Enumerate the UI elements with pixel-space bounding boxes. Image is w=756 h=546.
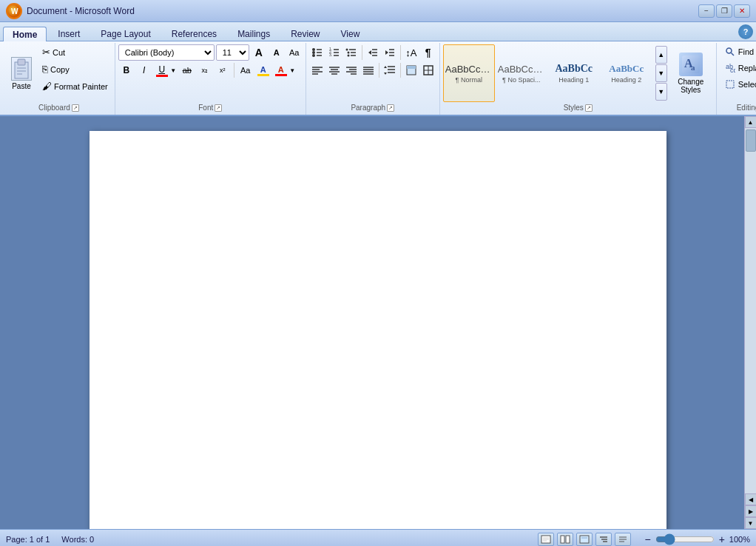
- tab-view[interactable]: View: [331, 26, 370, 41]
- tab-insert[interactable]: Insert: [48, 26, 90, 41]
- copy-button[interactable]: ⎘ Copy: [38, 61, 112, 77]
- line-spacing-button[interactable]: [382, 62, 398, 78]
- strikethrough-button[interactable]: ab: [179, 62, 195, 78]
- tab-page-layout[interactable]: Page Layout: [91, 26, 160, 41]
- align-left-button[interactable]: [309, 62, 325, 78]
- style-heading2[interactable]: AaBbCc Heading 2: [601, 44, 652, 102]
- view-outline-button[interactable]: [595, 533, 612, 546]
- underline-button[interactable]: U: [154, 62, 170, 78]
- bullets-button[interactable]: [309, 44, 325, 61]
- select-button[interactable]: Select ▼: [720, 77, 756, 92]
- superscript-button[interactable]: x²: [215, 62, 231, 78]
- para-row1: 1.2.3. ↕A ¶: [309, 44, 436, 61]
- borders-button[interactable]: [420, 62, 436, 78]
- shading-button[interactable]: [403, 62, 419, 78]
- view-draft-button[interactable]: [615, 533, 631, 546]
- svg-text:cd: cd: [730, 67, 735, 73]
- format-painter-button[interactable]: 🖌 Format Painter: [38, 78, 112, 94]
- svg-point-23: [347, 55, 349, 57]
- underline-dropdown[interactable]: ▼: [170, 62, 178, 78]
- style-scroll-down[interactable]: ▼: [655, 64, 667, 82]
- font-size-select[interactable]: 11: [216, 44, 249, 61]
- zoom-in-button[interactable]: +: [718, 533, 726, 545]
- font-color-dropdown[interactable]: ▼: [289, 62, 297, 78]
- find-button[interactable]: Find ▼: [720, 44, 756, 59]
- align-center-button[interactable]: [326, 62, 342, 78]
- zoom-out-button[interactable]: −: [643, 533, 652, 545]
- numbering-button[interactable]: 1.2.3.: [326, 44, 342, 61]
- style-heading1-label: Heading 1: [558, 76, 589, 84]
- window-controls: − ❐ ✕: [698, 4, 750, 18]
- replace-button[interactable]: abcd Replace: [720, 61, 756, 75]
- sort-button[interactable]: ↕A: [403, 44, 419, 61]
- shrink-font-button[interactable]: A: [269, 44, 285, 61]
- highlight-color-button[interactable]: A: [255, 62, 271, 78]
- clipboard-label: Clipboard ↗: [6, 102, 112, 113]
- tab-review[interactable]: Review: [281, 26, 329, 41]
- svg-point-7: [312, 48, 315, 51]
- small-clipboard-buttons: ✂ Cut ⎘ Copy 🖌 Format Painter: [38, 44, 112, 102]
- scroll-thumb[interactable]: [746, 129, 756, 152]
- svg-point-11: [312, 54, 315, 57]
- tab-references[interactable]: References: [162, 26, 226, 41]
- style-heading2-label: Heading 2: [611, 76, 641, 84]
- office-logo[interactable]: W: [6, 3, 22, 19]
- align-right-button[interactable]: [343, 62, 360, 78]
- decrease-indent-button[interactable]: [365, 44, 381, 61]
- bold-button[interactable]: B: [118, 62, 135, 78]
- select-icon: [725, 79, 735, 90]
- font-expand[interactable]: ↗: [215, 104, 222, 112]
- cut-button[interactable]: ✂ Cut: [38, 44, 112, 60]
- grow-font-button[interactable]: A: [251, 44, 267, 61]
- style-no-spacing[interactable]: AaBbCcDd ¶ No Spaci...: [496, 44, 547, 102]
- style-expand[interactable]: ▼: [655, 83, 667, 101]
- show-paragraph-button[interactable]: ¶: [420, 44, 436, 61]
- select-label: Select: [738, 80, 756, 89]
- styles-expand[interactable]: ↗: [585, 104, 593, 112]
- svg-point-62: [726, 48, 732, 53]
- minimize-button[interactable]: −: [698, 4, 715, 18]
- document-area: ▲ ◀ ▶ ▼: [0, 116, 756, 529]
- multilevel-list-button[interactable]: [343, 44, 360, 61]
- view-web-button[interactable]: [576, 533, 593, 546]
- clipboard-expand[interactable]: ↗: [72, 104, 79, 112]
- editing-label: Editing: [720, 102, 756, 113]
- replace-icon: abcd: [725, 63, 735, 73]
- style-heading1[interactable]: AaBbCc Heading 1: [548, 44, 600, 102]
- view-print-button[interactable]: [538, 533, 554, 546]
- scroll-down-button[interactable]: ▼: [745, 517, 757, 529]
- words-count: Words: 0: [61, 535, 94, 544]
- format-painter-icon: 🖌: [42, 81, 52, 92]
- subscript-button[interactable]: x₂: [197, 62, 213, 78]
- close-button[interactable]: ✕: [734, 4, 750, 18]
- style-normal-preview: AaBbCcDd: [445, 64, 493, 75]
- paste-button[interactable]: Paste: [6, 44, 37, 102]
- italic-button[interactable]: I: [136, 62, 152, 78]
- scroll-next-page[interactable]: ▶: [745, 505, 757, 517]
- clear-format-button[interactable]: Aa: [286, 44, 303, 61]
- document-page[interactable]: [90, 131, 666, 529]
- change-styles-button[interactable]: A a ChangeStyles: [669, 49, 713, 98]
- tab-mailings[interactable]: Mailings: [228, 26, 280, 41]
- para-row2: [309, 62, 436, 78]
- style-nospacing-preview: AaBbCcDd: [498, 64, 545, 75]
- font-family-select[interactable]: Calibri (Body): [118, 44, 215, 61]
- svg-rect-72: [566, 536, 570, 543]
- help-button[interactable]: ?: [738, 24, 753, 39]
- zoom-slider[interactable]: [655, 534, 715, 545]
- paragraph-expand[interactable]: ↗: [387, 104, 394, 112]
- style-normal[interactable]: AaBbCcDd ¶ Normal: [443, 44, 495, 102]
- font-color-button[interactable]: A: [273, 62, 289, 78]
- view-fullscreen-button[interactable]: [557, 533, 573, 546]
- tab-home[interactable]: Home: [3, 27, 47, 41]
- style-scroll-up[interactable]: ▲: [655, 46, 667, 64]
- change-case-button[interactable]: Aa: [237, 62, 254, 78]
- scroll-up-button[interactable]: ▲: [745, 116, 757, 128]
- scroll-prev-page[interactable]: ◀: [745, 493, 757, 505]
- justify-button[interactable]: [360, 62, 377, 78]
- font-color-combo: A ▼: [273, 62, 297, 78]
- increase-indent-button[interactable]: [382, 44, 398, 61]
- svg-rect-66: [726, 81, 734, 88]
- restore-button[interactable]: ❐: [716, 4, 732, 18]
- svg-point-9: [312, 51, 315, 54]
